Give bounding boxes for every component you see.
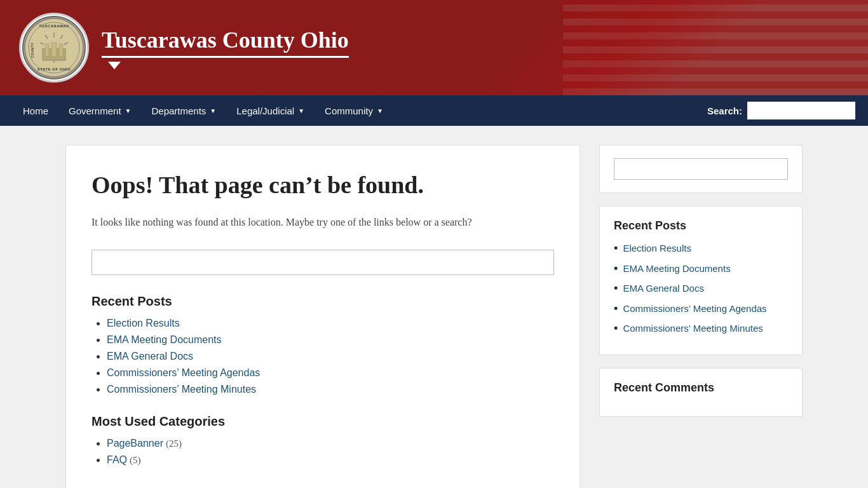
main-recent-posts-title: Recent Posts [92, 294, 554, 309]
sidebar-post-link[interactable]: Commissioners’ Meeting Minutes [623, 322, 763, 335]
content-wrap: Oops! That page can’t be found. It looks… [53, 145, 815, 488]
nav-community[interactable]: Community ▼ [315, 97, 393, 125]
svg-rect-12 [45, 44, 49, 57]
post-link[interactable]: EMA Meeting Documents [107, 334, 222, 345]
main-categories-list: PageBanner (25) FAQ (5) [107, 438, 554, 466]
category-link[interactable]: FAQ [107, 454, 127, 465]
bullet-icon: ▪ [614, 281, 618, 295]
navbar-search-input[interactable] [747, 102, 855, 119]
nav-legal-arrow: ▼ [298, 107, 304, 114]
county-seal: TUSCARAWAS STATE OF OHIO COUNTY [22, 16, 86, 79]
post-link[interactable]: EMA General Docs [107, 351, 193, 362]
list-item: ▪ EMA General Docs [614, 281, 788, 295]
post-link[interactable]: Commissioners’ Meeting Minutes [107, 384, 256, 395]
bullet-icon: ▪ [614, 302, 618, 316]
nav-community-label: Community [325, 105, 373, 116]
nav-departments-arrow: ▼ [210, 107, 216, 114]
header-arrow-icon [108, 62, 121, 69]
nav-legal[interactable]: Legal/Judicial ▼ [226, 97, 315, 125]
main-recent-posts-list: Election Results EMA Meeting Documents E… [107, 318, 554, 395]
post-link[interactable]: Commissioners’ Meeting Agendas [107, 367, 260, 378]
seal-svg: TUSCARAWAS STATE OF OHIO COUNTY [24, 17, 85, 78]
category-link[interactable]: PageBanner [107, 438, 163, 449]
sidebar-post-link[interactable]: EMA Meeting Documents [623, 262, 730, 275]
site-logo: TUSCARAWAS STATE OF OHIO COUNTY [19, 13, 89, 83]
list-item: EMA General Docs [107, 351, 554, 362]
search-label: Search: [707, 105, 742, 116]
list-item: FAQ (5) [107, 454, 554, 466]
main-navigation: Home Government ▼ Departments ▼ Legal/Ju… [0, 95, 868, 126]
list-item: ▪ EMA Meeting Documents [614, 262, 788, 276]
nav-legal-label: Legal/Judicial [236, 105, 294, 116]
sidebar-recent-comments-title: Recent Comments [614, 381, 788, 395]
main-column: Oops! That page can’t be found. It looks… [65, 145, 580, 488]
list-item: ▪ Commissioners’ Meeting Agendas [614, 302, 788, 316]
nav-community-arrow: ▼ [377, 107, 383, 114]
list-item: ▪ Commissioners’ Meeting Minutes [614, 322, 788, 336]
sidebar-recent-posts-list: ▪ Election Results ▪ EMA Meeting Documen… [614, 241, 788, 336]
error-title: Oops! That page can’t be found. [92, 171, 554, 199]
sidebar-search-widget [599, 145, 803, 193]
svg-rect-14 [59, 44, 63, 57]
sidebar-post-link[interactable]: EMA General Docs [623, 281, 704, 295]
nav-departments[interactable]: Departments ▼ [141, 97, 226, 125]
sidebar-recent-comments-widget: Recent Comments [599, 368, 803, 417]
nav-home[interactable]: Home [13, 97, 58, 125]
svg-rect-13 [51, 43, 57, 57]
bullet-icon: ▪ [614, 322, 618, 336]
list-item: Commissioners’ Meeting Minutes [107, 384, 554, 395]
sidebar-post-link[interactable]: Commissioners’ Meeting Agendas [623, 302, 766, 315]
sidebar-post-link[interactable]: Election Results [623, 241, 691, 255]
site-header: TUSCARAWAS STATE OF OHIO COUNTY Tuscaraw… [0, 0, 868, 95]
sidebar-recent-posts-title: Recent Posts [614, 219, 788, 233]
main-search-input[interactable] [92, 250, 554, 275]
bullet-icon: ▪ [614, 262, 618, 276]
list-item: EMA Meeting Documents [107, 334, 554, 346]
site-title-wrap: Tuscarawas County Ohio [102, 27, 349, 69]
nav-items: Home Government ▼ Departments ▼ Legal/Ju… [13, 97, 707, 125]
list-item: Election Results [107, 318, 554, 329]
navbar-search-area: Search: [707, 102, 855, 119]
sidebar-recent-posts-widget: Recent Posts ▪ Election Results ▪ EMA Me… [599, 206, 803, 355]
list-item: PageBanner (25) [107, 438, 554, 449]
bullet-icon: ▪ [614, 241, 618, 255]
main-categories-title: Most Used Categories [92, 414, 554, 429]
svg-text:TUSCARAWAS: TUSCARAWAS [39, 24, 69, 28]
category-count: (25) [166, 438, 182, 449]
error-description: It looks like nothing was found at this … [92, 214, 554, 231]
flag-background [563, 0, 868, 95]
nav-government[interactable]: Government ▼ [58, 97, 141, 125]
nav-government-arrow: ▼ [125, 107, 132, 114]
list-item: Commissioners’ Meeting Agendas [107, 367, 554, 379]
nav-government-label: Government [69, 105, 121, 116]
sidebar: Recent Posts ▪ Election Results ▪ EMA Me… [599, 145, 803, 488]
svg-text:STATE OF OHIO: STATE OF OHIO [37, 67, 71, 71]
post-link[interactable]: Election Results [107, 318, 180, 329]
sidebar-search-input[interactable] [614, 158, 788, 180]
list-item: ▪ Election Results [614, 241, 788, 255]
svg-text:COUNTY: COUNTY [31, 43, 34, 58]
category-count: (5) [130, 455, 141, 465]
site-title-link[interactable]: Tuscarawas County Ohio [102, 27, 349, 58]
nav-departments-label: Departments [151, 105, 206, 116]
